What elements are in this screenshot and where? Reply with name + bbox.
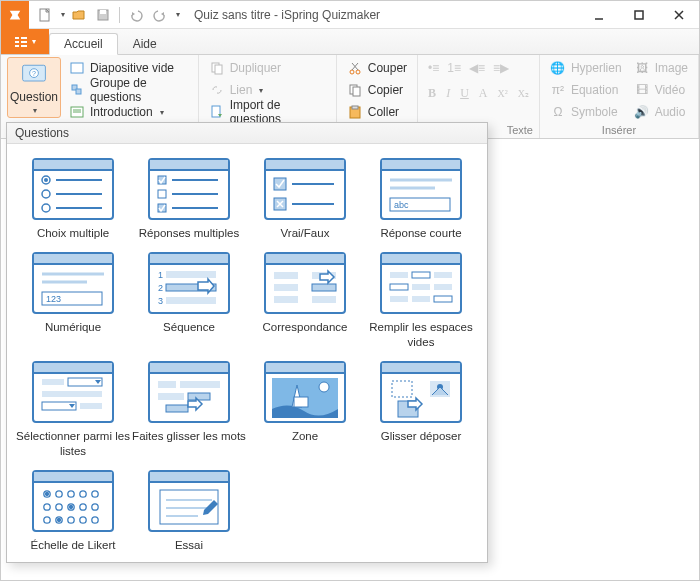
outdent-icon: ◀≡ [469, 61, 485, 75]
question-type-item[interactable]: Remplir les espaces vides [363, 252, 479, 349]
image-button[interactable]: 🖼 Image [630, 57, 692, 79]
svg-rect-9 [21, 41, 27, 43]
svg-point-24 [356, 70, 360, 74]
font-style-row[interactable]: B I U A X² X₂ [424, 82, 533, 104]
svg-rect-21 [215, 65, 222, 74]
question-type-label: Échelle de Likert [30, 538, 115, 552]
copier-button[interactable]: Copier [343, 79, 411, 101]
svg-rect-91 [412, 272, 430, 278]
tab-accueil[interactable]: Accueil [49, 33, 118, 55]
question-type-item[interactable]: 123Séquence [131, 252, 247, 349]
svg-rect-114 [166, 405, 188, 412]
svg-rect-100 [34, 363, 112, 373]
question-button[interactable]: ? Question ▾ [7, 57, 61, 118]
video-button[interactable]: 🎞 Vidéo [630, 79, 692, 101]
svg-rect-8 [21, 37, 27, 39]
audio-button[interactable]: 🔊 Audio [630, 101, 692, 123]
close-button[interactable] [659, 1, 699, 29]
hyperlien-button[interactable]: 🌐 Hyperlien [546, 57, 626, 79]
svg-point-147 [80, 517, 86, 523]
titlebar: ▾ ▾ Quiz sans titre - iSpring Quizmaker [1, 1, 699, 29]
question-type-item[interactable]: Faites glisser les mots [131, 361, 247, 458]
questions-grid: Choix multipleRéponses multiplesVrai/Fau… [7, 144, 487, 562]
groupe-de-questions-button[interactable]: Groupe de questions [65, 79, 192, 101]
question-type-label: Remplir les espaces vides [363, 320, 479, 349]
font-color-icon: A [479, 86, 488, 101]
introduction-button[interactable]: Introduction ▾ [65, 101, 192, 123]
svg-rect-97 [412, 296, 430, 302]
file-tab[interactable]: ▾ [1, 29, 49, 54]
group-inserer: Insérer [546, 124, 692, 138]
paste-icon [347, 104, 363, 120]
minimize-button[interactable] [579, 1, 619, 29]
couper-button[interactable]: Couper [343, 57, 411, 79]
question-type-label: Essai [175, 538, 203, 552]
svg-point-141 [80, 504, 86, 510]
svg-rect-63 [34, 254, 112, 264]
svg-rect-110 [158, 381, 176, 388]
svg-rect-51 [274, 178, 286, 190]
svg-rect-79 [266, 254, 344, 264]
svg-rect-5 [15, 37, 19, 39]
bullets-icon: •≡ [428, 61, 439, 75]
svg-rect-102 [42, 379, 64, 385]
tab-aide[interactable]: Aide [118, 33, 172, 55]
svg-rect-2 [100, 10, 106, 14]
question-type-label: Réponses multiples [139, 226, 239, 240]
svg-rect-86 [312, 296, 336, 303]
question-type-label: Correspondance [262, 320, 347, 334]
svg-rect-14 [71, 63, 83, 73]
svg-rect-113 [188, 393, 210, 400]
svg-rect-96 [390, 296, 408, 302]
redo-icon[interactable] [150, 5, 170, 25]
svg-rect-16 [76, 89, 81, 94]
svg-point-140 [70, 505, 73, 508]
svg-rect-81 [274, 272, 298, 279]
save-icon[interactable] [93, 5, 113, 25]
svg-rect-129 [34, 472, 112, 482]
equation-button[interactable]: π² Equation [546, 79, 626, 101]
dupliquer-button[interactable]: Dupliquer [205, 57, 330, 79]
svg-point-132 [46, 492, 49, 495]
svg-rect-56 [382, 160, 460, 170]
new-icon[interactable] [35, 5, 55, 25]
symbole-button[interactable]: Ω Symbole [546, 101, 626, 123]
svg-rect-150 [150, 472, 228, 482]
list-formatting-row[interactable]: •≡ 1≡ ◀≡ ≡▶ [424, 57, 533, 79]
svg-rect-28 [352, 106, 358, 109]
open-icon[interactable] [69, 5, 89, 25]
question-type-item[interactable]: Essai [131, 470, 247, 552]
svg-rect-30 [34, 160, 112, 170]
svg-rect-44 [158, 190, 166, 198]
maximize-button[interactable] [619, 1, 659, 29]
underline-icon: U [460, 86, 469, 101]
chevron-down-icon[interactable]: ▾ [61, 10, 65, 19]
question-type-item[interactable]: Choix multiple [15, 158, 131, 240]
question-type-item[interactable]: Sélectionner parmi les listes [15, 361, 131, 458]
question-type-label: Glisser déposer [381, 429, 462, 443]
svg-point-134 [68, 491, 74, 497]
question-type-item[interactable]: Correspondance [247, 252, 363, 349]
svg-point-35 [42, 190, 50, 198]
question-type-item[interactable]: Zone [247, 361, 363, 458]
chevron-down-icon[interactable]: ▾ [176, 10, 180, 19]
svg-point-145 [58, 518, 61, 521]
question-type-item[interactable]: 123Numérique [15, 252, 131, 349]
question-type-item[interactable]: Échelle de Likert [15, 470, 131, 552]
coller-button[interactable]: Coller [343, 101, 411, 123]
question-type-item[interactable]: Vrai/Faux [247, 158, 363, 240]
svg-rect-49 [266, 160, 344, 170]
svg-point-138 [56, 504, 62, 510]
undo-icon[interactable] [126, 5, 146, 25]
question-type-item[interactable]: abcRéponse courte [363, 158, 479, 240]
scissors-icon [347, 60, 363, 76]
svg-text:1: 1 [158, 270, 163, 280]
question-type-item[interactable]: Glisser déposer [363, 361, 479, 458]
svg-point-136 [92, 491, 98, 497]
svg-rect-122 [382, 363, 460, 373]
svg-rect-116 [266, 363, 344, 373]
svg-rect-83 [274, 284, 298, 291]
question-type-item[interactable]: Réponses multiples [131, 158, 247, 240]
import-questions-button[interactable]: Import de questions [205, 101, 330, 123]
questions-dropdown: Questions Choix multipleRéponses multipl… [6, 122, 488, 563]
